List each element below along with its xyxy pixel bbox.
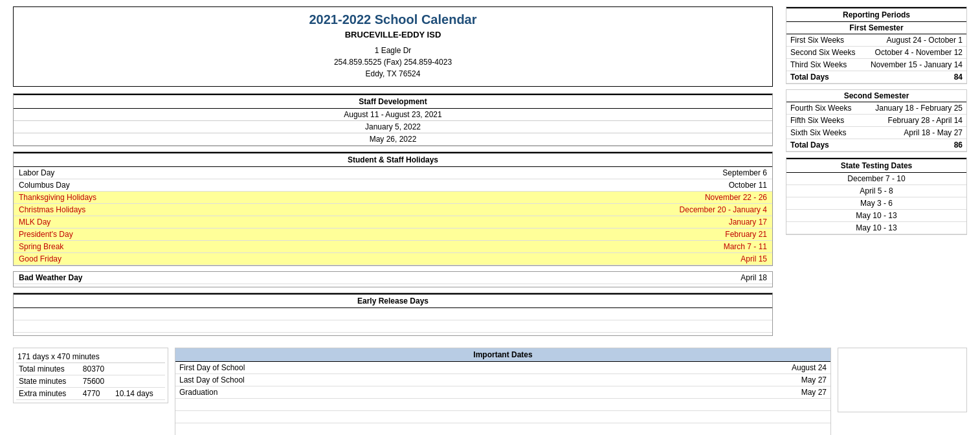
holiday-date-labor: September 6: [373, 167, 772, 179]
left-section: 2021-2022 School Calendar BRUCEVILLE-EDD…: [13, 6, 773, 341]
second-semester-total-value: 86: [862, 139, 966, 151]
extra-minutes-days: 10.14 days: [113, 388, 165, 400]
staff-dev-date-2: January 5, 2022: [14, 121, 772, 133]
holiday-date-spring: March 7 - 11: [373, 241, 772, 253]
holiday-date-christmas: December 20 - January 4: [373, 204, 772, 216]
early-release-header: Early Release Days: [14, 293, 772, 308]
holidays-table: Labor Day September 6 Columbus Day Octob…: [14, 167, 772, 265]
state-test-date-1: December 7 - 10: [786, 173, 966, 185]
fifth-six-weeks-row: Fifth Six Weeks February 28 - April 14: [786, 115, 966, 127]
bad-weather-row: Bad Weather Day April 18: [14, 272, 772, 284]
holiday-date-mlk: January 17: [373, 216, 772, 229]
staff-dev-date-1: August 11 - August 23, 2021: [14, 109, 772, 121]
first-semester-total-row: Total Days 84: [786, 71, 966, 84]
staff-development-table: August 11 - August 23, 2021 January 5, 2…: [14, 109, 772, 146]
holiday-date-presidents: February 21: [373, 229, 772, 241]
bad-weather-table: Bad Weather Day April 18: [14, 272, 772, 284]
important-dates-section: Important Dates First Day of School Augu…: [175, 348, 831, 435]
last-day-label: Last Day of School: [175, 374, 589, 386]
main-layout: 2021-2022 School Calendar BRUCEVILLE-EDD…: [13, 6, 967, 341]
first-day-label: First Day of School: [175, 362, 589, 374]
bottom-right-area: [838, 348, 967, 412]
holiday-name-labor: Labor Day: [14, 167, 373, 179]
state-test-row-3: May 3 - 6: [786, 197, 966, 210]
bad-weather-date: April 18: [521, 272, 772, 284]
staff-development-section: Staff Development August 11 - August 23,…: [13, 93, 773, 146]
total-minutes-row: Total minutes 80370: [16, 363, 165, 375]
graduation-row: Graduation May 27: [175, 386, 830, 399]
state-minutes-row: State minutes 75600: [16, 375, 165, 388]
reporting-periods-section: Reporting Periods First Semester First S…: [786, 6, 967, 84]
extra-minutes-label: Extra minutes: [16, 388, 80, 400]
bad-weather-label: Bad Weather Day: [14, 272, 521, 284]
state-test-date-5: May 10 - 13: [786, 222, 966, 234]
fourth-six-weeks-label: Fourth Six Weeks: [786, 102, 862, 115]
reporting-periods-header: Reporting Periods: [786, 7, 966, 22]
early-release-section: Early Release Days: [13, 293, 773, 336]
holiday-row-columbus: Columbus Day October 11: [14, 179, 772, 192]
state-testing-header: State Testing Dates: [786, 158, 966, 173]
first-semester-total-label: Total Days: [786, 71, 862, 84]
state-minutes-label: State minutes: [16, 375, 80, 388]
state-test-date-3: May 3 - 6: [786, 197, 966, 210]
first-six-weeks-dates: August 24 - October 1: [862, 34, 966, 47]
bottom-layout: 171 days x 470 minutes Total minutes 803…: [13, 348, 967, 435]
id-empty-3: [175, 423, 830, 436]
first-day-row: First Day of School August 24: [175, 362, 830, 374]
early-release-row-1: [14, 308, 772, 320]
first-semester-header: First Semester: [786, 22, 966, 34]
first-day-date: August 24: [589, 362, 830, 374]
state-testing-section: State Testing Dates December 7 - 10 Apri…: [786, 157, 967, 235]
holiday-row-presidents: President's Day February 21: [14, 229, 772, 241]
last-day-date: May 27: [589, 374, 830, 386]
state-test-row-4: May 10 - 13: [786, 210, 966, 222]
holiday-row-goodfriday: Good Friday April 15: [14, 253, 772, 265]
id-empty-2: [175, 411, 830, 423]
total-minutes-label: Total minutes: [16, 363, 80, 375]
fourth-six-weeks-dates: January 18 - February 25: [862, 102, 966, 115]
second-six-weeks-dates: October 4 - November 12: [862, 47, 966, 59]
bad-weather-section: Bad Weather Day April 18: [13, 271, 773, 287]
holidays-section: Student & Staff Holidays Labor Day Septe…: [13, 151, 773, 266]
graduation-label: Graduation: [175, 386, 589, 399]
holidays-header: Student & Staff Holidays: [14, 152, 772, 167]
right-section: Reporting Periods First Semester First S…: [786, 6, 967, 240]
address-line2: 254.859.5525 (Fax) 254.859-4023: [19, 58, 767, 67]
holiday-name-columbus: Columbus Day: [14, 179, 373, 192]
second-semester-total-row: Total Days 86: [786, 139, 966, 151]
staff-development-header: Staff Development: [14, 94, 772, 109]
second-semester-header: Second Semester: [786, 90, 966, 102]
important-dates-table: First Day of School August 24 Last Day o…: [175, 362, 830, 435]
id-empty-1: [175, 399, 830, 411]
early-release-table: [14, 308, 772, 333]
staff-dev-row-1: August 11 - August 23, 2021: [14, 109, 772, 121]
first-semester-table: First Six Weeks August 24 - October 1 Se…: [786, 34, 966, 84]
state-test-date-2: April 5 - 8: [786, 185, 966, 197]
second-six-weeks-row: Second Six Weeks October 4 - November 12: [786, 47, 966, 59]
holiday-row-christmas: Christmas Holidays December 20 - January…: [14, 204, 772, 216]
fourth-six-weeks-row: Fourth Six Weeks January 18 - February 2…: [786, 102, 966, 115]
extra-minutes-value: 4770: [80, 388, 113, 400]
minutes-table: Total minutes 80370 State minutes 75600 …: [16, 363, 165, 400]
holiday-date-goodfriday: April 15: [373, 253, 772, 265]
total-minutes-value: 80370: [80, 363, 113, 375]
important-dates-inner: Important Dates First Day of School Augu…: [175, 348, 831, 435]
holiday-row-spring: Spring Break March 7 - 11: [14, 241, 772, 253]
holiday-row-mlk: MLK Day January 17: [14, 216, 772, 229]
school-name: BRUCEVILLE-EDDY ISD: [19, 30, 767, 39]
staff-dev-date-3: May 26, 2022: [14, 133, 772, 146]
last-day-row: Last Day of School May 27: [175, 374, 830, 386]
holiday-name-mlk: MLK Day: [14, 216, 373, 229]
important-dates-header: Important Dates: [175, 348, 830, 362]
school-title: 2021-2022 School Calendar: [19, 12, 767, 27]
early-release-row-2: [14, 320, 772, 333]
extra-minutes-row: Extra minutes 4770 10.14 days: [16, 388, 165, 400]
second-semester-table: Fourth Six Weeks January 18 - February 2…: [786, 102, 966, 151]
first-six-weeks-row: First Six Weeks August 24 - October 1: [786, 34, 966, 47]
holiday-date-columbus: October 11: [373, 179, 772, 192]
page: 2021-2022 School Calendar BRUCEVILLE-EDD…: [0, 0, 980, 435]
address-line1: 1 Eagle Dr: [19, 46, 767, 55]
first-six-weeks-label: First Six Weeks: [786, 34, 862, 47]
school-info-block: 2021-2022 School Calendar BRUCEVILLE-EDD…: [13, 6, 773, 87]
third-six-weeks-dates: November 15 - January 14: [862, 59, 966, 71]
